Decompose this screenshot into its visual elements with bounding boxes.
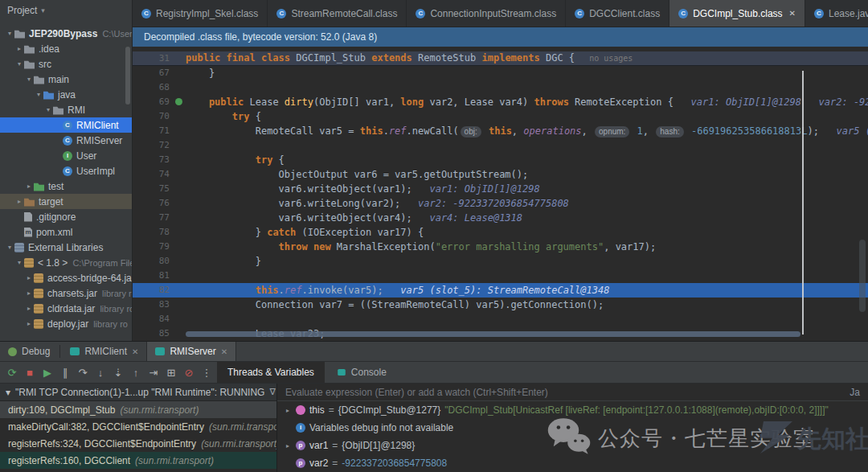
gutter[interactable] — [174, 167, 186, 182]
mute-breakpoints-icon[interactable]: ⊘ — [180, 362, 198, 383]
tree-item-user[interactable]: IUser — [0, 148, 132, 163]
gutter[interactable] — [174, 283, 186, 298]
editor-splitter[interactable] — [802, 71, 804, 335]
chevron-right-icon[interactable]: ▸ — [24, 305, 34, 312]
tab-close-icon[interactable]: ✕ — [789, 9, 796, 18]
line-number[interactable]: 84 — [133, 312, 174, 326]
chevron-right-icon[interactable]: ▸ — [24, 289, 34, 297]
session-tab-rmiserver[interactable]: RMIServer✕ — [147, 342, 236, 361]
tree-item-rmiserver[interactable]: CRMIServer — [0, 133, 132, 148]
gutter[interactable] — [174, 80, 186, 95]
line-number[interactable]: 31 — [133, 51, 174, 66]
tree-item-gitignore[interactable]: .gitignore — [0, 209, 132, 224]
gutter[interactable] — [174, 312, 186, 326]
gutter[interactable] — [174, 240, 186, 254]
editor-tab-dgcimpl-stub-class[interactable]: CDGCImpl_Stub.class✕ — [669, 0, 805, 27]
evaluate-expression-icon[interactable]: ⊞ — [162, 362, 180, 383]
filter-funnel-icon[interactable]: ∇ — [269, 387, 275, 397]
line-number[interactable]: 80 — [133, 254, 174, 269]
chevron-right-icon[interactable]: ▸ — [284, 442, 292, 449]
chevron-right-icon[interactable]: ▸ — [24, 320, 34, 327]
variable-row-var2[interactable]: pvar2 = -9223372036854775808 — [277, 454, 868, 472]
chevron-down-icon[interactable]: ▾ — [5, 30, 14, 37]
resume-icon[interactable]: ▶ — [39, 362, 56, 383]
tree-item-access-bridge-64-jar[interactable]: ▸access-bridge-64.jarlibrary ro — [0, 270, 132, 285]
chevron-right-icon[interactable]: ▸ — [24, 183, 34, 190]
tree-item-main[interactable]: ▾main — [0, 72, 132, 87]
rerun-icon[interactable]: ⟳ — [3, 362, 21, 383]
editor-tab-streamremotecall-class[interactable]: CStreamRemoteCall.class — [268, 0, 407, 27]
run-to-cursor-icon[interactable]: ⇥ — [145, 362, 162, 383]
force-step-into-icon[interactable]: ⇣ — [109, 362, 127, 383]
tab-close-icon[interactable]: ✕ — [221, 347, 227, 356]
code-text[interactable]: var6.writeObject(var1); var1: ObjID[1]@1… — [186, 182, 868, 196]
line-number[interactable]: 68 — [133, 80, 174, 95]
gutter[interactable] — [174, 326, 186, 341]
code-text[interactable]: } — [186, 254, 868, 269]
gutter[interactable] — [174, 254, 186, 269]
chevron-down-icon[interactable]: ▾ — [14, 60, 24, 68]
evaluate-expression-input[interactable]: Evaluate expression (Enter) or add a wat… — [277, 384, 868, 401]
chevron-right-icon[interactable]: ▸ — [284, 407, 292, 414]
tree-item-target[interactable]: ▸target — [0, 194, 132, 209]
variable-row-var1[interactable]: ▸pvar1 = {ObjID[1]@1298} — [277, 437, 868, 454]
line-number[interactable]: 85 — [133, 326, 174, 341]
chevron-right-icon[interactable]: ▸ — [14, 198, 24, 205]
line-number[interactable]: 74 — [133, 167, 174, 182]
tree-item-rmi[interactable]: ▾RMI — [0, 102, 132, 117]
code-text[interactable]: try { — [186, 109, 868, 124]
code-text[interactable]: Connection var7 = ((StreamRemoteCall) va… — [186, 298, 868, 312]
code-text[interactable]: try { — [186, 153, 868, 167]
code-text[interactable]: } — [186, 66, 868, 80]
tree-item-1-8[interactable]: ▾< 1.8 >C:\Program Files — [0, 255, 132, 270]
line-number[interactable]: 81 — [133, 269, 174, 283]
line-number[interactable]: 78 — [133, 225, 174, 240]
code-editor[interactable]: 31public final class DGCImpl_Stub extend… — [133, 47, 868, 341]
view-tab-threads-variables[interactable]: Threads & Variables — [217, 362, 325, 383]
tree-item-userimpl[interactable]: CUserImpl — [0, 163, 132, 179]
gutter[interactable] — [174, 138, 186, 153]
gutter[interactable] — [174, 95, 186, 109]
editor-tab-registryimpl-skel-class[interactable]: CRegistryImpl_Skel.class — [133, 0, 268, 27]
step-into-icon[interactable]: ↓ — [92, 362, 109, 383]
line-number[interactable]: 73 — [133, 153, 174, 167]
code-text[interactable]: } catch (IOException var17) { — [186, 225, 868, 240]
editor-tab-connectioninputstream-class[interactable]: CConnectionInputStream.class — [407, 0, 566, 27]
gutter[interactable] — [174, 51, 186, 65]
code-text[interactable]: var6.writeLong(var2); var2: -92233720368… — [186, 196, 868, 211]
variable-row-variables-debug-info-not-available[interactable]: iVariables debug info not available — [277, 419, 868, 437]
line-number[interactable]: 77 — [133, 211, 174, 225]
line-number[interactable]: 71 — [133, 124, 174, 138]
line-number[interactable]: 72 — [133, 138, 174, 153]
frame-row[interactable]: makeDirtyCall:382, DGCClient$EndpointEnt… — [0, 418, 276, 435]
gutter[interactable] — [174, 196, 186, 211]
stop-icon[interactable]: ■ — [21, 362, 39, 383]
code-text[interactable]: var6.writeObject(var4); var4: Lease@1318 — [186, 211, 868, 225]
project-panel-header[interactable]: Project ▾ — [0, 0, 132, 21]
thread-selector[interactable]: ▾ "RMI TCP Connection(1)-1...up "RMI Run… — [0, 384, 276, 401]
tree-item-idea[interactable]: ▸.idea — [0, 41, 132, 56]
line-number[interactable]: 69 — [133, 95, 174, 109]
project-tree-scrollbar[interactable] — [125, 47, 130, 105]
tree-item-cldrdata-jar[interactable]: ▸cldrdata.jarlibrary ro — [0, 301, 132, 316]
chevron-down-icon[interactable]: ▾ — [34, 91, 43, 98]
gutter[interactable] — [174, 153, 186, 167]
editor-tab-lease-java[interactable]: CLease.java — [805, 0, 868, 27]
chevron-right-icon[interactable]: ▸ — [24, 274, 34, 281]
vertical-scrollbar[interactable] — [859, 240, 866, 312]
variable-row-this[interactable]: ▸this = {DGCImpl_Stub@1277} "DGCImpl_Stu… — [277, 401, 868, 419]
line-number[interactable]: 70 — [133, 109, 174, 124]
gutter[interactable] — [174, 225, 186, 240]
chevron-right-icon[interactable]: ▸ — [14, 45, 24, 52]
tab-close-icon[interactable]: ✕ — [132, 347, 138, 356]
tree-item-test[interactable]: ▸test — [0, 179, 132, 194]
tree-item-rmiclient[interactable]: CRMIClient — [0, 117, 132, 133]
frame-row[interactable]: registerRefs:324, DGCClient$EndpointEntr… — [0, 435, 276, 452]
code-text[interactable]: throw new MarshalException("error marsha… — [186, 240, 868, 254]
view-tab-console[interactable]: Console — [326, 362, 397, 383]
more-icon[interactable]: ⋮ — [198, 362, 215, 383]
gutter[interactable] — [174, 66, 186, 80]
frame-row[interactable]: registerRefs:160, DGCClient(sun.rmi.tran… — [0, 452, 276, 469]
gutter[interactable] — [174, 211, 186, 225]
code-text[interactable]: RemoteCall var5 = this.ref.newCall(obj: … — [186, 124, 868, 138]
